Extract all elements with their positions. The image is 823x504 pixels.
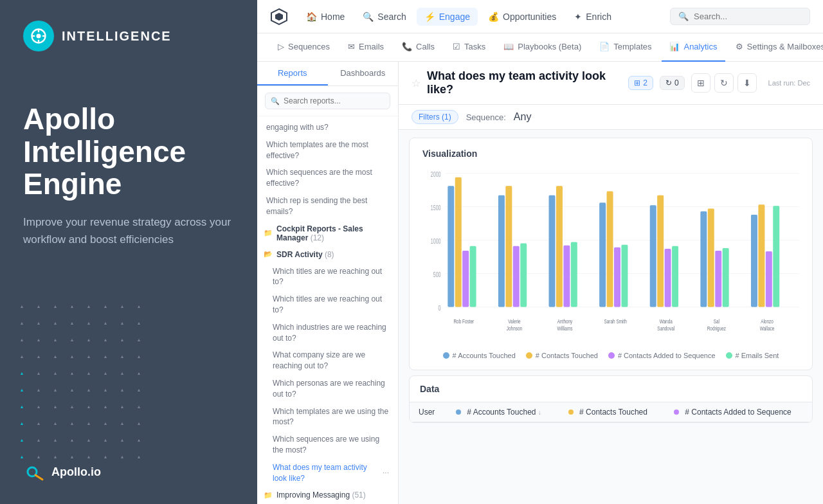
report-title: What does my team activity look like? xyxy=(427,69,622,96)
list-item[interactable]: Which sequences are the most effective? xyxy=(257,164,398,192)
list-item[interactable]: Which industries are we reaching out to? xyxy=(257,319,398,347)
subnav-sequences[interactable]: ▷ Sequences xyxy=(270,33,338,62)
chart-legend: # Accounts Touched # Contacts Touched # … xyxy=(422,352,799,359)
dots-decoration: ▲▲▲▲▲▲▲▲▲▲▲▲▲▲▲▲▲▲▲▲▲▲▲▲▲▲▲▲▲▲▲▲▲▲▲▲▲▲▲▲… xyxy=(19,303,148,465)
svg-rect-21 xyxy=(455,177,462,307)
svg-rect-31 xyxy=(549,195,556,307)
list-item[interactable]: Which titles are we reaching out to? xyxy=(257,291,398,319)
report-actions: ⊞ ↻ ⬇ xyxy=(691,73,757,93)
logo-text: INTELLIGENCE xyxy=(62,29,172,44)
data-section-title: Data xyxy=(410,376,812,402)
list-item[interactable]: Which sequences are we using the most? xyxy=(257,431,398,459)
list-item[interactable]: Which titles are we reaching out to? xyxy=(257,263,398,291)
list-item[interactable]: Which templates are the most effective? xyxy=(257,136,398,165)
contacts-added-seq-dot xyxy=(608,352,615,359)
subnav-emails[interactable]: ✉ Emails xyxy=(340,33,392,62)
svg-text:1500: 1500 xyxy=(431,204,441,212)
sidebar-search-input[interactable] xyxy=(284,96,384,105)
global-search-input[interactable] xyxy=(694,12,802,21)
list-item[interactable]: What company size are we reaching out to… xyxy=(257,346,398,375)
engage-icon: ⚡ xyxy=(424,12,435,22)
badge-count-2: ↻ 0 xyxy=(660,76,685,90)
list-item[interactable]: Which personas are we reaching out to? xyxy=(257,375,398,403)
svg-rect-56 xyxy=(766,251,772,307)
sequences-icon: ▷ xyxy=(278,42,284,51)
messaging-folder-icon: 📁 xyxy=(264,491,273,500)
nav-engage[interactable]: ⚡ Engage xyxy=(417,8,478,26)
svg-rect-27 xyxy=(513,246,520,307)
nav-opportunities[interactable]: 💰 Opportunities xyxy=(480,8,564,26)
playbooks-icon: 📖 xyxy=(503,42,514,51)
svg-rect-42 xyxy=(650,205,656,307)
main-content: ☆ What does my team activity look like? … xyxy=(399,62,823,504)
col-accounts-touched[interactable]: # Accounts Touched xyxy=(447,402,559,422)
reports-sidebar: Reports Dashboards 🔍 engaging with us? W… xyxy=(257,62,399,504)
list-item[interactable]: Which rep is sending the best emails? xyxy=(257,192,398,221)
tasks-icon: ☑ xyxy=(453,42,460,51)
subnav-analytics[interactable]: 📊 Analytics xyxy=(662,33,725,62)
chart-container: 0 500 1000 1500 2000 Rob Foster xyxy=(422,166,799,346)
svg-point-1 xyxy=(37,34,41,39)
chart-title: Visualization xyxy=(422,148,799,159)
subnav-settings[interactable]: ⚙ Settings & Mailboxes xyxy=(728,33,824,62)
sidebar-section-cockpit[interactable]: 📁 Cockpit Reports - Sales Manager (12) xyxy=(257,221,398,246)
nav-search[interactable]: 🔍 Search xyxy=(355,8,413,26)
svg-rect-32 xyxy=(556,186,563,307)
sidebar-section-sdr[interactable]: 📂 SDR Activity (8) xyxy=(257,246,398,263)
tab-dashboards[interactable]: Dashboards xyxy=(328,62,399,86)
nav-items: 🏠 Home 🔍 Search ⚡ Engage 💰 Opportunities… xyxy=(298,8,670,26)
list-item[interactable]: Which templates are we using the most? xyxy=(257,403,398,431)
sidebar-section-messaging[interactable]: 📁 Improving Messaging (51) xyxy=(257,487,398,503)
enrich-icon: ✦ xyxy=(574,12,582,22)
favorite-star-icon[interactable]: ☆ xyxy=(412,77,421,89)
download-button[interactable]: ⬇ xyxy=(737,73,757,93)
nav-enrich[interactable]: ✦ Enrich xyxy=(566,8,619,26)
grid-view-button[interactable]: ⊞ xyxy=(691,73,710,93)
col-contacts-touched: # Contacts Touched xyxy=(559,402,665,422)
last-run-text: Last run: Dec xyxy=(768,79,810,87)
filter-sequence-value: Any xyxy=(514,111,532,123)
subnav-templates[interactable]: 📄 Templates xyxy=(592,33,659,62)
svg-text:0: 0 xyxy=(439,304,441,312)
svg-text:Johnson: Johnson xyxy=(507,325,522,332)
svg-rect-48 xyxy=(700,212,707,307)
subnav-tasks[interactable]: ☑ Tasks xyxy=(445,33,493,62)
nav-home[interactable]: 🏠 Home xyxy=(298,8,352,26)
global-search-bar[interactable]: 🔍 xyxy=(670,8,810,25)
legend-accounts-touched: # Accounts Touched xyxy=(443,352,516,359)
col-contacts-added-seq: # Contacts Added to Sequence xyxy=(665,402,812,422)
left-panel: INTELLIGENCE Apollo Intelligence Engine … xyxy=(0,0,257,504)
badge-count-1: ⊞ 2 xyxy=(628,76,653,90)
bottom-logo-text: Apollo.io xyxy=(51,465,101,479)
tab-reports[interactable]: Reports xyxy=(257,62,328,86)
emails-sent-dot xyxy=(726,352,732,359)
sidebar-search-bar[interactable]: 🔍 xyxy=(265,93,390,109)
refresh-button[interactable]: ↻ xyxy=(714,73,734,93)
search-nav-icon: 🔍 xyxy=(363,12,374,22)
svg-rect-28 xyxy=(520,244,527,307)
chart-section: Visualization 0 500 1000 1500 xyxy=(409,138,813,370)
list-item[interactable]: engaging with us? xyxy=(257,119,398,136)
svg-rect-45 xyxy=(672,246,678,307)
svg-rect-23 xyxy=(470,246,476,307)
templates-icon: 📄 xyxy=(599,42,610,51)
svg-text:Valerie: Valerie xyxy=(508,318,521,325)
nav-logo xyxy=(270,8,288,26)
svg-text:Alonzo: Alonzo xyxy=(761,318,773,325)
subnav-playbooks[interactable]: 📖 Playbooks (Beta) xyxy=(496,33,589,62)
svg-rect-34 xyxy=(571,242,577,307)
bottom-logo: Apollo.io xyxy=(23,460,101,483)
refresh-icon: ↻ xyxy=(665,78,672,87)
accounts-touched-dot xyxy=(443,352,449,359)
list-item-active[interactable]: What does my team activity look like? ··… xyxy=(257,459,398,487)
app-logo-icon xyxy=(23,21,54,51)
svg-rect-33 xyxy=(563,246,570,307)
subnav-calls[interactable]: 📞 Calls xyxy=(394,33,442,62)
table-header-row: User # Accounts Touched # Contacts Tou xyxy=(410,402,812,422)
filters-tag[interactable]: Filters (1) xyxy=(412,110,458,124)
top-nav: 🏠 Home 🔍 Search ⚡ Engage 💰 Opportunities… xyxy=(257,0,823,33)
filter-label: Sequence: xyxy=(466,113,506,122)
settings-icon: ⚙ xyxy=(736,42,743,51)
svg-rect-20 xyxy=(448,186,454,307)
search-icon: 🔍 xyxy=(678,12,689,21)
